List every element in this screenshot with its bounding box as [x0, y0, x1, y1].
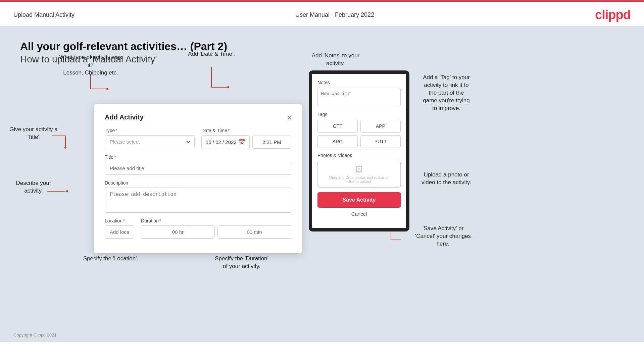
- description-field-group: Description: [105, 180, 291, 213]
- main-content: All your golf-relevant activities… (Part…: [0, 27, 644, 342]
- photo-upload-area[interactable]: 🖼 Drag and Drop photos and videos or cli…: [317, 161, 401, 188]
- annotation-activity-type: What type of activity was it? Lesson, Ch…: [57, 54, 124, 77]
- annotation-location: Specify the 'Location'.: [74, 255, 148, 263]
- type-select[interactable]: Please select: [105, 135, 195, 148]
- annotation-upload: Upload a photo or video to the activity.: [409, 171, 483, 187]
- copyright: Copyright Clippd 2021: [13, 332, 57, 338]
- tag-ott[interactable]: OTT: [317, 120, 358, 133]
- phone-screen: Notes Tags OTT APP ARG PUTT Photos & Vid…: [309, 70, 409, 231]
- type-field-group: Type* Please select: [105, 128, 195, 149]
- duration-inputs: [141, 225, 291, 239]
- date-input[interactable]: 15 / 02 / 2022 📅: [201, 135, 250, 149]
- calendar-icon: 📅: [239, 139, 245, 145]
- svg-point-3: [66, 190, 68, 192]
- notes-label: Notes: [317, 80, 401, 85]
- tag-putt[interactable]: PUTT: [360, 135, 401, 148]
- location-label: Location*: [105, 218, 134, 223]
- logo: clippd: [595, 8, 631, 22]
- modal-title: Add Activity: [105, 113, 144, 121]
- annotation-describe: Describe your activity.: [7, 179, 60, 195]
- modal-close-button[interactable]: ×: [287, 114, 291, 121]
- location-input[interactable]: [105, 225, 134, 239]
- title-input[interactable]: [105, 162, 291, 175]
- add-activity-modal: Add Activity × Type* Please select: [94, 104, 302, 253]
- tags-label: Tags: [317, 112, 401, 117]
- photos-label: Photos & Videos: [317, 153, 401, 158]
- type-label: Type*: [105, 128, 195, 133]
- svg-point-0: [106, 88, 108, 90]
- datetime-label: Date & Time*: [201, 128, 291, 133]
- date-time-row: 15 / 02 / 2022 📅 2:21 PM: [201, 135, 291, 149]
- title-field-group: Title*: [105, 154, 291, 175]
- photo-upload-text: Drag and Drop photos and videos or click…: [329, 175, 389, 184]
- cancel-link[interactable]: Cancel: [317, 211, 401, 217]
- page-heading: All your golf-relevant activities… (Part…: [20, 40, 624, 53]
- duration-label: Duration*: [141, 218, 291, 223]
- location-field-group: Location*: [105, 218, 134, 239]
- annotation-duration: Specify the 'Duration' of your activity.: [201, 255, 282, 270]
- svg-point-1: [227, 86, 229, 88]
- page-wrapper: Upload Manual Activity User Manual - Feb…: [0, 0, 644, 362]
- duration-min-input[interactable]: [217, 225, 291, 239]
- notes-textarea[interactable]: [317, 88, 401, 106]
- location-duration-row: Location* Duration*: [105, 218, 291, 239]
- tag-app[interactable]: APP: [360, 120, 401, 133]
- time-input[interactable]: 2:21 PM: [252, 136, 291, 149]
- description-label: Description: [105, 180, 291, 186]
- title-label: Title*: [105, 154, 291, 160]
- tag-arg[interactable]: ARG: [317, 135, 358, 148]
- description-textarea[interactable]: [105, 188, 291, 213]
- header-center-title: User Manual - February 2022: [295, 11, 374, 18]
- date-value: 15 / 02 / 2022: [206, 139, 237, 145]
- tags-grid: OTT APP ARG PUTT: [317, 120, 401, 148]
- annotation-date-time: Add 'Date & Time'.: [181, 50, 242, 58]
- datetime-field-group: Date & Time* 15 / 02 / 2022 📅 2:21 PM: [201, 128, 291, 149]
- phone-panel: Notes Tags OTT APP ARG PUTT Photos & Vid…: [309, 70, 416, 231]
- type-date-row: Type* Please select Date & Time* 15 / 02: [105, 128, 291, 149]
- annotation-notes: Add 'Notes' to your activity.: [299, 52, 373, 67]
- header-left-title: Upload Manual Activity: [13, 11, 75, 18]
- annotation-tag: Add a 'Tag' to your activity to link it …: [409, 74, 483, 112]
- duration-field-group: Duration*: [141, 218, 291, 239]
- top-bar: Upload Manual Activity User Manual - Feb…: [0, 2, 644, 27]
- svg-point-2: [64, 147, 66, 149]
- save-activity-button[interactable]: Save Activity: [317, 192, 401, 208]
- photo-icon: 🖼: [355, 165, 363, 174]
- annotation-title: Give your activity a 'Title'.: [7, 126, 60, 141]
- duration-hr-input[interactable]: [141, 225, 215, 239]
- modal-header: Add Activity ×: [105, 113, 291, 121]
